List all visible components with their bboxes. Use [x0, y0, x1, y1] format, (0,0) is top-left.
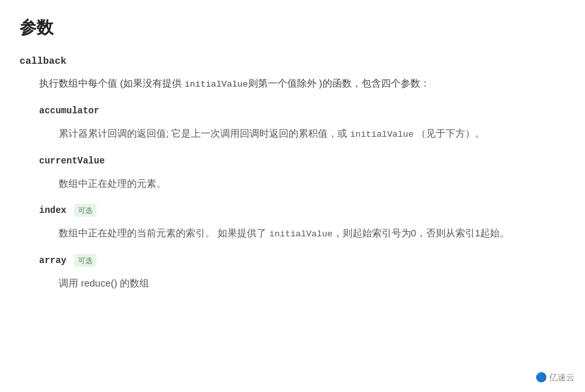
subparam-desc-array: 调用 reduce() 的数组 [59, 274, 565, 292]
subparam-name-accumulator: accumulator [39, 104, 99, 119]
subparam-desc-index: 数组中正在处理的当前元素的索引。 如果提供了 initialValue，则起始索… [59, 224, 565, 242]
params-list: callback 执行数组中每个值 (如果没有提供 initialValue则第… [20, 53, 565, 292]
subparam-currentvalue: currentValue 数组中正在处理的元素。 [39, 152, 565, 192]
param-desc-callback: 执行数组中每个值 (如果没有提供 initialValue则第一个值除外 )的函… [39, 74, 565, 92]
subparam-desc-currentvalue: 数组中正在处理的元素。 [59, 175, 565, 192]
subparam-desc-accumulator: 累计器累计回调的返回值; 它是上一次调用回调时返回的累积值，或 initialV… [59, 124, 565, 143]
subparam-index: index 可选 数组中正在处理的当前元素的索引。 如果提供了 initialV… [39, 201, 565, 242]
page-title: 参数 [20, 13, 565, 42]
optional-badge-index: 可选 [74, 204, 96, 217]
subparam-name-index: index [39, 203, 66, 219]
param-callback: callback 执行数组中每个值 (如果没有提供 initialValue则第… [20, 53, 565, 292]
subparam-array: array 可选 调用 reduce() 的数组 [39, 251, 565, 292]
subparam-accumulator: accumulator 累计器累计回调的返回值; 它是上一次调用回调时返回的累积… [39, 102, 565, 143]
subparam-name-currentvalue: currentValue [39, 154, 105, 169]
param-name-callback: callback [20, 53, 565, 70]
subparam-name-array: array [39, 253, 66, 269]
optional-badge-array: 可选 [74, 254, 96, 268]
